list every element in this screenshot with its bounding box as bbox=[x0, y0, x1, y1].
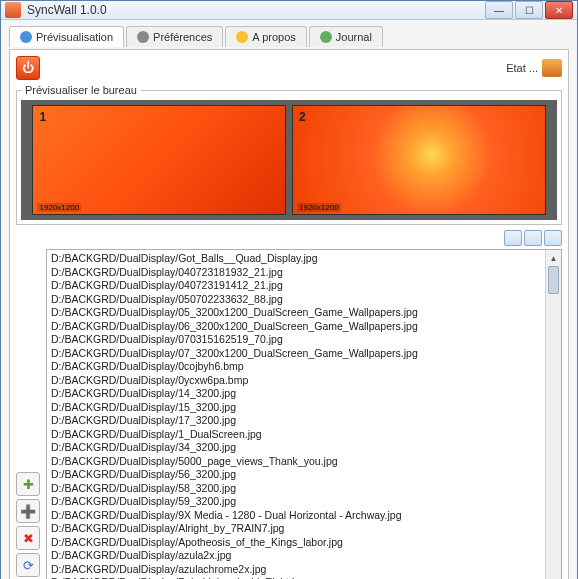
list-item[interactable]: D:/BACKGRD/DualDisplay/0ycxw6pa.bmp bbox=[51, 374, 541, 388]
app-icon bbox=[5, 2, 21, 18]
window-title: SyncWall 1.0.0 bbox=[27, 3, 485, 17]
add-file-button[interactable]: ➕ bbox=[16, 499, 40, 523]
tab-label: Préférences bbox=[153, 31, 212, 43]
list-item[interactable]: D:/BACKGRD/DualDisplay/56_3200.jpg bbox=[51, 468, 541, 482]
view-thumb-button[interactable] bbox=[544, 230, 562, 246]
list-item[interactable]: D:/BACKGRD/DualDisplay/14_3200.jpg bbox=[51, 387, 541, 401]
state-icon bbox=[542, 59, 562, 77]
tab-preview[interactable]: Prévisualisation bbox=[9, 26, 124, 47]
preview-icon bbox=[20, 31, 32, 43]
toolbar: ⏻ Etat ... bbox=[16, 56, 562, 80]
list-item[interactable]: D:/BACKGRD/DualDisplay/34_3200.jpg bbox=[51, 441, 541, 455]
screen-1[interactable]: 1 1920x1200 bbox=[33, 106, 285, 214]
list-item[interactable]: D:/BACKGRD/DualDisplay/070315162519_70.j… bbox=[51, 333, 541, 347]
list-item[interactable]: D:/BACKGRD/DualDisplay/040723181932_21.j… bbox=[51, 266, 541, 280]
list-item[interactable]: D:/BACKGRD/DualDisplay/5000_page_views_T… bbox=[51, 455, 541, 469]
state-label: Etat ... bbox=[506, 62, 538, 74]
scroll-up-icon[interactable]: ▲ bbox=[546, 250, 561, 266]
refresh-button[interactable]: ⟳ bbox=[16, 553, 40, 577]
list-item[interactable]: D:/BACKGRD/DualDisplay/58_3200.jpg bbox=[51, 482, 541, 496]
list-item[interactable]: D:/BACKGRD/DualDisplay/15_3200.jpg bbox=[51, 401, 541, 415]
app-window: SyncWall 1.0.0 — ☐ ✕ Prévisualisation Pr… bbox=[0, 0, 578, 579]
desktop-preview[interactable]: 1 1920x1200 2 1920x1200 bbox=[21, 100, 557, 220]
view-detail-button[interactable] bbox=[524, 230, 542, 246]
screen-number: 2 bbox=[299, 110, 306, 124]
list-item[interactable]: D:/BACKGRD/DualDisplay/59_3200.jpg bbox=[51, 495, 541, 509]
power-button[interactable]: ⏻ bbox=[16, 56, 40, 80]
screen-resolution: 1920x1200 bbox=[297, 203, 341, 212]
minimize-button[interactable]: — bbox=[485, 1, 513, 19]
delete-button[interactable]: ✖ bbox=[16, 526, 40, 550]
scrollbar[interactable]: ▲ ▼ bbox=[545, 250, 561, 579]
main-area: ✚ ➕ ✖ ⟳ ⌂ D:/BACKGRD/DualDisplay/Got_Bal… bbox=[16, 249, 562, 579]
window-buttons: — ☐ ✕ bbox=[485, 1, 573, 19]
close-button[interactable]: ✕ bbox=[545, 1, 573, 19]
content-area: Prévisualisation Préférences A propos Jo… bbox=[1, 20, 577, 579]
list-item[interactable]: D:/BACKGRD/DualDisplay/Got_Balls__Quad_D… bbox=[51, 252, 541, 266]
list-item[interactable]: D:/BACKGRD/DualDisplay/07_3200x1200_Dual… bbox=[51, 347, 541, 361]
titlebar[interactable]: SyncWall 1.0.0 — ☐ ✕ bbox=[1, 1, 577, 20]
tab-journal[interactable]: Journal bbox=[309, 26, 383, 47]
add-folder-button[interactable]: ✚ bbox=[16, 472, 40, 496]
list-item[interactable]: D:/BACKGRD/DualDisplay/17_3200.jpg bbox=[51, 414, 541, 428]
list-item[interactable]: D:/BACKGRD/DualDisplay/06_3200x1200_Dual… bbox=[51, 320, 541, 334]
preview-group: Prévisualiser le bureau 1 1920x1200 2 19… bbox=[16, 84, 562, 225]
journal-icon bbox=[320, 31, 332, 43]
tab-label: A propos bbox=[252, 31, 295, 43]
list-item[interactable]: D:/BACKGRD/DualDisplay/azula2x.jpg bbox=[51, 549, 541, 563]
preview-legend: Prévisualiser le bureau bbox=[21, 84, 141, 96]
list-item[interactable]: D:/BACKGRD/DualDisplay/05_3200x1200_Dual… bbox=[51, 306, 541, 320]
screen-resolution: 1920x1200 bbox=[37, 203, 81, 212]
info-icon bbox=[236, 31, 248, 43]
list-item[interactable]: D:/BACKGRD/DualDisplay/azulachrome2x.jpg bbox=[51, 563, 541, 577]
tab-bar: Prévisualisation Préférences A propos Jo… bbox=[9, 26, 569, 47]
list-item[interactable]: D:/BACKGRD/DualDisplay/1_DualScreen.jpg bbox=[51, 428, 541, 442]
view-mode-buttons bbox=[16, 230, 562, 246]
file-list[interactable]: D:/BACKGRD/DualDisplay/Got_Balls__Quad_D… bbox=[47, 250, 545, 579]
side-toolbar: ✚ ➕ ✖ ⟳ ⌂ bbox=[16, 249, 42, 579]
screen-number: 1 bbox=[39, 110, 46, 124]
tab-preferences[interactable]: Préférences bbox=[126, 26, 223, 47]
scroll-thumb[interactable] bbox=[548, 266, 559, 294]
tab-label: Journal bbox=[336, 31, 372, 43]
tab-panel: ⏻ Etat ... Prévisualiser le bureau 1 192… bbox=[9, 49, 569, 579]
list-item[interactable]: D:/BACKGRD/DualDisplay/9X Media - 1280 -… bbox=[51, 509, 541, 523]
gear-icon bbox=[137, 31, 149, 43]
list-item[interactable]: D:/BACKGRD/DualDisplay/040723191412_21.j… bbox=[51, 279, 541, 293]
tab-label: Prévisualisation bbox=[36, 31, 113, 43]
list-item[interactable]: D:/BACKGRD/DualDisplay/050702233632_88.j… bbox=[51, 293, 541, 307]
file-list-wrap: D:/BACKGRD/DualDisplay/Got_Balls__Quad_D… bbox=[46, 249, 562, 579]
list-item[interactable]: D:/BACKGRD/DualDisplay/Alright_by_7RAIN7… bbox=[51, 522, 541, 536]
tab-about[interactable]: A propos bbox=[225, 26, 306, 47]
maximize-button[interactable]: ☐ bbox=[515, 1, 543, 19]
view-list-button[interactable] bbox=[504, 230, 522, 246]
list-item[interactable]: D:/BACKGRD/DualDisplay/0cojbyh6.bmp bbox=[51, 360, 541, 374]
screen-2[interactable]: 2 1920x1200 bbox=[293, 106, 545, 214]
state-indicator[interactable]: Etat ... bbox=[506, 59, 562, 77]
list-item[interactable]: D:/BACKGRD/DualDisplay/Apotheosis_of_the… bbox=[51, 536, 541, 550]
